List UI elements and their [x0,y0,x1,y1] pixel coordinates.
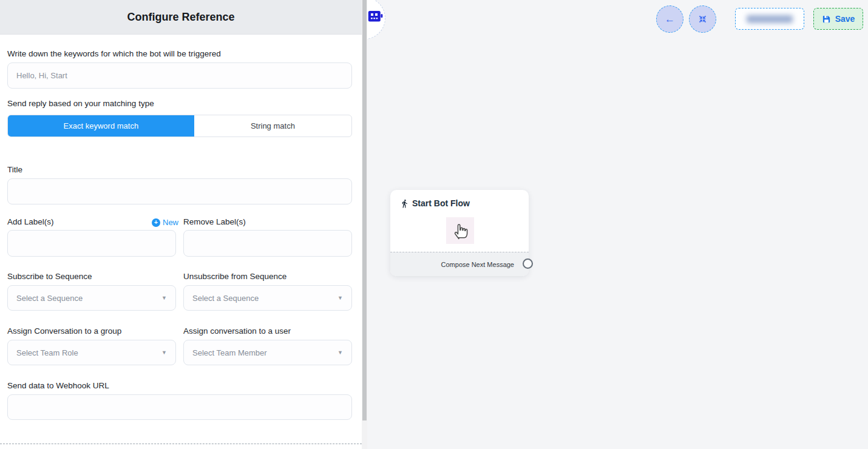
blurred-text [747,15,793,23]
remove-labels-label: Remove Label(s) [183,217,246,226]
remove-labels-input[interactable] [183,230,352,257]
subscribe-sequence-label: Subscribe to Sequence [7,272,92,281]
assign-user-label: Assign conversation to a user [183,326,291,336]
title-input[interactable] [7,178,352,204]
fit-view-button[interactable] [689,5,716,33]
assign-group-select[interactable]: Select Team Role ▼ [7,340,176,365]
unsubscribe-sequence-select[interactable]: Select a Sequence ▼ [183,285,352,311]
new-label-link[interactable]: + New [152,218,178,227]
compose-next-message-label: Compose Next Message [441,261,514,268]
chevron-down-icon: ▼ [337,350,343,356]
robot-icon [366,7,384,25]
unsubscribe-sequence-value: Select a Sequence [192,294,259,303]
connection-handle[interactable] [523,258,533,269]
webhook-input[interactable] [7,394,352,420]
keywords-label: Write down the keywords for which the bo… [7,49,221,58]
title-label: Title [7,165,22,174]
assign-group-value: Select Team Role [16,348,78,357]
plus-circle-icon: + [152,218,160,227]
assign-group-label: Assign Conversation to a group [7,326,121,336]
floppy-disk-icon [822,15,831,24]
tab-exact-keyword-match[interactable]: Exact keyword match [8,115,194,137]
add-labels-input[interactable] [7,230,176,257]
chevron-down-icon: ▼ [337,295,343,301]
new-label-link-text: New [163,218,178,227]
panel-bottom-divider [0,444,362,444]
panel-title: Configure Reference [127,11,234,24]
assign-user-select[interactable]: Select Team Member ▼ [183,340,352,365]
chevron-down-icon: ▼ [161,350,167,356]
cursor-highlight-box [446,217,474,244]
redacted-flow-name-button[interactable] [735,8,804,30]
tab-string-match[interactable]: String match [194,115,351,137]
panel-header: Configure Reference [0,0,362,35]
keywords-input[interactable] [7,62,352,89]
start-bot-flow-node[interactable]: Start Bot Flow Compose Next Message [390,190,529,276]
add-labels-label: Add Label(s) [7,217,54,226]
subscribe-sequence-select[interactable]: Select a Sequence ▼ [7,285,176,311]
node-footer: Compose Next Message [390,252,529,276]
node-title-row: Start Bot Flow [400,198,470,208]
back-button[interactable]: ← [656,5,683,33]
node-title: Start Bot Flow [412,198,470,208]
save-button[interactable]: Save [813,8,863,30]
matching-type-label: Send reply based on your matching type [7,99,154,108]
back-arrow-icon: ← [665,13,675,25]
matching-type-tabs: Exact keyword match String match [7,115,352,137]
configure-reference-panel: Configure Reference Write down the keywo… [0,0,362,449]
save-button-label: Save [835,14,855,24]
webhook-label: Send data to Webhook URL [7,381,109,390]
hand-pointer-cursor-icon [450,220,470,241]
chevron-down-icon: ▼ [161,295,167,301]
compress-arrows-icon [698,15,707,24]
walking-person-icon [400,199,409,208]
unsubscribe-sequence-label: Unsubscribe from Sequence [183,272,287,281]
subscribe-sequence-value: Select a Sequence [16,294,83,303]
assign-user-value: Select Team Member [192,348,267,357]
panel-scrollbar-thumb[interactable] [362,0,367,420]
